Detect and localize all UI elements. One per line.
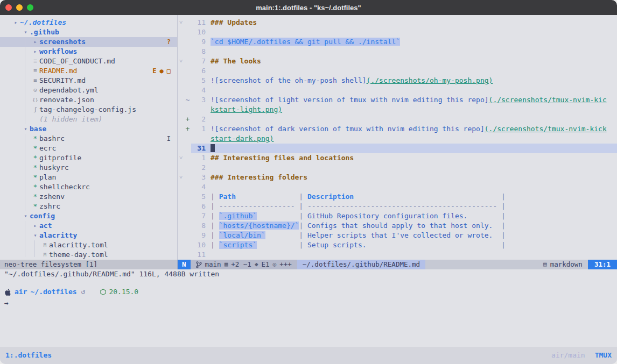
editor-line[interactable]: 2	[178, 163, 617, 173]
tree-item-screenshots[interactable]: ▸screenshots?	[0, 37, 177, 47]
editor-line[interactable]: 8| `hosts/{hostname}/`| Configs that sho…	[178, 221, 617, 231]
editor-line[interactable]: ˅11### Updates	[178, 18, 617, 27]
tree-item-code-of-conduct-md[interactable]: ≡CODE_OF_CONDUCT.md	[0, 56, 177, 66]
expander-icon[interactable]: ▸	[31, 37, 39, 47]
tree-item-theme-day-toml[interactable]: Mtheme-day.toml	[0, 250, 177, 260]
expander-icon[interactable]: ▾	[31, 231, 39, 240]
tree-item-label: base	[30, 124, 46, 134]
editor-line[interactable]: ˅3### Interesting folders	[178, 173, 617, 182]
editor-line[interactable]: 9| `local/bin` | Helper scripts that I'v…	[178, 231, 617, 240]
editor-line[interactable]: +2	[178, 115, 617, 124]
editor-line[interactable]: 8	[178, 47, 617, 56]
tree-item-base[interactable]: ▾base	[0, 124, 177, 134]
apple-icon	[4, 289, 11, 296]
tree-item-act[interactable]: ▸act	[0, 221, 177, 231]
tree-item-config[interactable]: ▾config	[0, 211, 177, 221]
diagnostics-count: E1	[262, 260, 270, 269]
status-badges: E●□	[152, 66, 177, 76]
fold-column	[178, 221, 184, 231]
editor-line[interactable]: 4	[178, 85, 617, 95]
editor-line[interactable]: ~3![screenshot of light version of tmux …	[178, 95, 617, 105]
editor-line[interactable]: 9`cd $HOME/.dotfiles && git pull && ./in…	[178, 37, 617, 47]
editor-line[interactable]: kstart-light.png)	[178, 105, 617, 115]
text-segment: ## The looks	[211, 57, 261, 65]
fold-column	[178, 202, 184, 211]
editor-line[interactable]: 5![screenshot of the oh-my-posh shell](.…	[178, 76, 617, 85]
tree-item-alacritty-toml[interactable]: Malacritty.toml	[0, 240, 177, 250]
editor-line[interactable]: ˅1## Interesting files and locations	[178, 153, 617, 163]
tree-item-label: workflows	[39, 47, 77, 56]
tmux-status-bar: 1:.dotfiles air/main TMUX	[0, 347, 617, 364]
prompt-input-line[interactable]: →	[4, 298, 617, 309]
line-text: ### Interesting folders	[206, 173, 617, 182]
shell-area[interactable]: air ~/.dotfiles ↺ 20.15.0 →	[0, 279, 617, 347]
fold-icon[interactable]: ˅	[178, 18, 184, 27]
line-text: ![screenshot of dark version of tmux wit…	[206, 124, 617, 134]
sign-column	[184, 134, 191, 144]
expander-icon[interactable]: ▸	[31, 221, 39, 231]
line-number	[191, 134, 206, 144]
text-segment: GitHub Repository configuration files.	[307, 212, 467, 220]
line-text: | Path | Description |	[206, 192, 617, 202]
line-number: 5	[191, 76, 206, 85]
sign-column	[184, 250, 191, 260]
fold-icon[interactable]: ˅	[178, 153, 184, 163]
editor-pane[interactable]: ˅11### Updates109`cd $HOME/.dotfiles && …	[178, 15, 617, 260]
tree-item-label: (1 hidden item)	[39, 115, 102, 124]
fold-icon[interactable]: ˅	[178, 173, 184, 182]
text-segment: Configs that should apply to that host o…	[307, 222, 493, 230]
editor-line[interactable]: start-dark.png)	[178, 134, 617, 144]
tree-item-dependabot-yml[interactable]: ⊙dependabot.yml	[0, 85, 177, 95]
editor-line[interactable]: 5| Path | Description |	[178, 192, 617, 202]
editor-line[interactable]: 6| ------------------ | ----------------…	[178, 202, 617, 211]
editor-line[interactable]: 11	[178, 250, 617, 260]
tree-item-alacritty[interactable]: ▾alacritty	[0, 231, 177, 240]
editor-line[interactable]: 10	[178, 27, 617, 37]
tree-item-1-hidden-item[interactable]: (1 hidden item)	[0, 115, 177, 124]
tree-item-zshenv[interactable]: *zshenv	[0, 192, 177, 202]
tree-item-bashrc[interactable]: *bashrcI	[0, 134, 177, 144]
editor-line[interactable]: 7| `.github` | GitHub Repository configu…	[178, 211, 617, 221]
tree-item-renovate-json[interactable]: {}renovate.json	[0, 95, 177, 105]
tree-item-label: gitprofile	[39, 153, 81, 163]
terminal-content: ▸~/.dotfiles▾.github▸screenshots?▸workfl…	[0, 15, 617, 364]
tree-item-zshrc[interactable]: *zshrc	[0, 202, 177, 211]
expander-icon[interactable]: ▸	[31, 47, 39, 56]
expander-icon[interactable]: ▾	[22, 27, 30, 37]
editor-line[interactable]: 4	[178, 182, 617, 192]
tree-item-gitprofile[interactable]: *gitprofile	[0, 153, 177, 163]
editor-line[interactable]: 10| `scripts` | Setup scripts. |	[178, 240, 617, 250]
editor-line[interactable]: ˅7## The looks	[178, 56, 617, 66]
hunks-value: +++	[279, 260, 292, 269]
expander-icon[interactable]: ▸	[12, 18, 20, 27]
tree-item-readme-md[interactable]: ≡README.mdE●□	[0, 66, 177, 76]
tree-item-shellcheckrc[interactable]: *shellcheckrc	[0, 182, 177, 192]
tree-item-plan[interactable]: *plan	[0, 173, 177, 182]
editor-line[interactable]: 6	[178, 66, 617, 76]
expander-icon[interactable]: ▾	[22, 211, 30, 221]
tree-item-github[interactable]: ▾.github	[0, 27, 177, 37]
tree-item-workflows[interactable]: ▸workflows	[0, 47, 177, 56]
indent-guide	[25, 37, 25, 124]
text-segment: |	[211, 241, 219, 249]
tree-item-tag-changelog-config-js[interactable]: ʃtag-changelog-config.js	[0, 105, 177, 115]
sign-column	[184, 182, 191, 192]
tree-item-label: SECURITY.md	[39, 76, 86, 85]
tree-item-dotfiles[interactable]: ▸~/.dotfiles	[0, 18, 177, 27]
tree-item-label: tag-changelog-config.js	[39, 105, 136, 115]
tree-item-ecrc[interactable]: *ecrc	[0, 144, 177, 153]
prompt-arrow-icon: →	[4, 299, 9, 307]
git-sign: +	[184, 115, 191, 124]
fold-column	[178, 211, 184, 221]
text-segment: start-dark.png)	[211, 134, 274, 142]
tree-item-security-md[interactable]: ≡SECURITY.md	[0, 76, 177, 85]
editor-cursor-line[interactable]: 31	[178, 144, 617, 153]
tree-item-huskyrc[interactable]: *huskyrc	[0, 163, 177, 173]
node-hexagon-icon	[100, 289, 106, 295]
tmux-window-name[interactable]: 1:.dotfiles	[5, 351, 52, 360]
expander-icon[interactable]: ▾	[22, 124, 30, 134]
editor-line[interactable]: +1![screenshot of dark version of tmux w…	[178, 124, 617, 134]
neotree-sidebar: ▸~/.dotfiles▾.github▸screenshots?▸workfl…	[0, 15, 178, 260]
fold-icon[interactable]: ˅	[178, 56, 184, 66]
text-segment: |	[257, 212, 307, 220]
